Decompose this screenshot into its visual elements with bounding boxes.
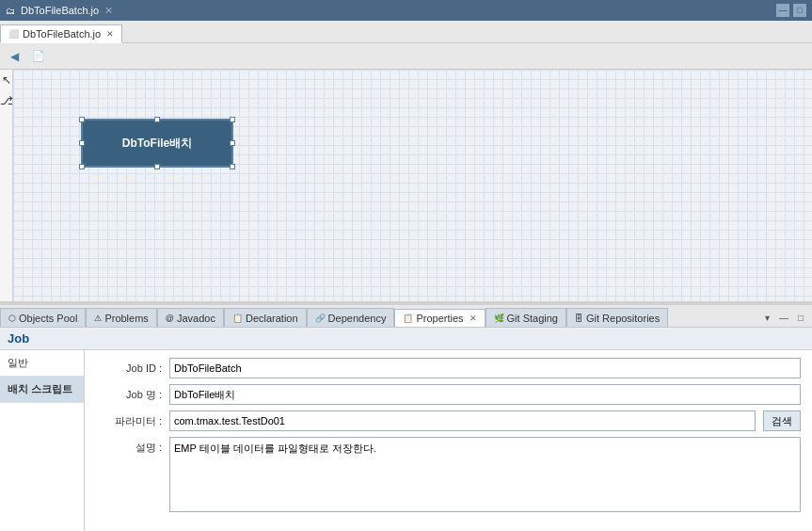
bottom-tab-declaration[interactable]: 📋Declaration: [224, 308, 307, 327]
bottom-tab-problems[interactable]: ⚠Problems: [86, 308, 156, 327]
panel-body: 일반 배치 스크립트 Job ID : Job 명 : 파라미터 : 검색: [0, 350, 812, 531]
tab-overflow-button[interactable]: ▾: [759, 310, 774, 325]
bottom-tab-javadoc[interactable]: @Javadoc: [157, 308, 224, 327]
overflow-icon: ▾: [765, 313, 770, 323]
handle-bc[interactable]: [154, 164, 160, 169]
editor-toolbar: ◀ 📄: [0, 43, 812, 70]
panel-title: Job: [0, 328, 812, 350]
bottom-tab-icon-git-repositories: 🗄: [575, 314, 583, 323]
param-row: 파라미터 : 검색: [96, 410, 801, 431]
bottom-tab-label-git-staging: Git Staging: [507, 313, 558, 324]
bottom-tab-label-javadoc: Javadoc: [177, 313, 215, 324]
handle-ml[interactable]: [79, 140, 85, 146]
title-bar: 🗂 DbToFileBatch.jo ✕ — □: [0, 0, 812, 21]
bottom-tab-objects-pool[interactable]: ⬡Objects Pool: [0, 308, 86, 327]
bottom-tab-icon-declaration: 📋: [232, 314, 243, 323]
minimize-icon: —: [779, 313, 788, 323]
bottom-tab-bar: ⬡Objects Pool⚠Problems@Javadoc📋Declarati…: [0, 305, 812, 328]
editor-area: ↖ ⎇ DbToFile배치: [0, 70, 812, 301]
tool-sidebar: ↖ ⎇: [0, 70, 13, 301]
editor-tab-label: DbToFileBatch.jo: [23, 28, 101, 40]
editor-tab-bar: ⬜ DbToFileBatch.jo ✕: [0, 21, 812, 43]
category-panel: 일반 배치 스크립트: [0, 350, 85, 531]
bottom-tab-dependency[interactable]: 🔗Dependency: [307, 308, 395, 327]
share-icon[interactable]: ⎇: [0, 94, 13, 107]
back-icon: ◀: [10, 50, 19, 63]
param-input[interactable]: [169, 410, 756, 431]
bottom-tab-label-declaration: Declaration: [246, 313, 298, 324]
desc-row: 설명 :: [96, 437, 801, 512]
job-name-row: Job 명 :: [96, 384, 801, 405]
handle-mr[interactable]: [230, 140, 235, 146]
job-name-label: Job 명 :: [96, 388, 162, 402]
title-bar-controls: — □: [776, 4, 806, 17]
bottom-tab-icon-problems: ⚠: [94, 314, 102, 323]
bottom-tab-icon-objects-pool: ⬡: [8, 314, 16, 323]
bottom-tab-label-properties: Properties: [416, 313, 463, 324]
bottom-tab-label-problems: Problems: [104, 313, 148, 324]
title-bar-title: DbToFileBatch.jo: [21, 5, 99, 16]
title-bar-icon: 🗂: [6, 6, 15, 16]
diagram-node[interactable]: DbToFile배치: [81, 119, 233, 168]
job-id-input[interactable]: [169, 358, 801, 378]
diagram-canvas[interactable]: DbToFile배치: [13, 70, 812, 301]
maximize-icon: □: [798, 313, 804, 323]
title-maximize-button[interactable]: □: [793, 4, 806, 17]
tab-minimize-button[interactable]: —: [776, 310, 791, 325]
bottom-tab-label-git-repositories: Git Repositories: [586, 313, 660, 324]
category-general[interactable]: 일반: [0, 350, 84, 377]
handle-br[interactable]: [230, 164, 235, 169]
job-id-label: Job ID :: [96, 362, 162, 374]
handle-bl[interactable]: [79, 164, 85, 169]
bottom-tab-actions: ▾ — □: [759, 310, 812, 327]
bottom-tab-icon-dependency: 🔗: [315, 314, 326, 323]
handle-tl[interactable]: [79, 117, 85, 122]
title-bar-separator: ✕: [104, 5, 113, 17]
document-icon: 📄: [32, 50, 45, 62]
bottom-tab-icon-javadoc: @: [166, 314, 174, 323]
bottom-tab-close-properties[interactable]: ✕: [470, 314, 477, 323]
bottom-tab-icon-git-staging: 🌿: [494, 314, 504, 323]
editor-tab-icon: ⬜: [8, 29, 19, 39]
bottom-tab-properties[interactable]: 📋Properties✕: [394, 309, 485, 327]
search-button[interactable]: 검색: [763, 410, 801, 431]
job-id-row: Job ID :: [96, 358, 801, 378]
cursor-icon[interactable]: ↖: [2, 73, 11, 87]
bottom-tab-label-dependency: Dependency: [328, 313, 387, 324]
document-button[interactable]: 📄: [28, 46, 49, 67]
bottom-tab-label-objects-pool: Objects Pool: [19, 313, 77, 324]
handle-tr[interactable]: [230, 117, 235, 122]
editor-tab-close-icon[interactable]: ✕: [106, 29, 114, 39]
diagram-node-label: DbToFile배치: [122, 136, 192, 152]
param-label: 파라미터 :: [96, 414, 162, 428]
bottom-panel: Job 일반 배치 스크립트 Job ID : Job 명 : 파라미터 : 검…: [0, 328, 812, 531]
title-minimize-button[interactable]: —: [776, 4, 789, 17]
title-bar-left: 🗂 DbToFileBatch.jo ✕: [6, 5, 113, 17]
bottom-tab-git-repositories[interactable]: 🗄Git Repositories: [566, 308, 668, 327]
desc-textarea[interactable]: [169, 437, 801, 512]
bottom-tab-icon-properties: 📋: [403, 314, 413, 323]
bottom-tab-git-staging[interactable]: 🌿Git Staging: [486, 308, 566, 327]
tab-maximize-button[interactable]: □: [793, 310, 808, 325]
desc-label: 설명 :: [96, 437, 162, 455]
properties-form: Job ID : Job 명 : 파라미터 : 검색 설명 :: [85, 350, 812, 531]
editor-tab[interactable]: ⬜ DbToFileBatch.jo ✕: [0, 24, 122, 43]
handle-tc[interactable]: [154, 117, 160, 122]
job-name-input[interactable]: [169, 384, 801, 405]
panel-title-text: Job: [8, 331, 29, 346]
back-button[interactable]: ◀: [4, 46, 24, 67]
category-batch-script[interactable]: 배치 스크립트: [0, 377, 84, 403]
